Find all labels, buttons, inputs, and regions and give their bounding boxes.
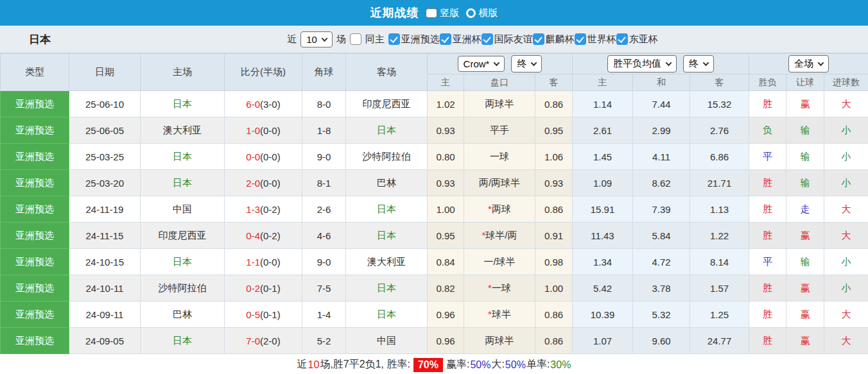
goals-result-cell: 小 — [824, 249, 868, 275]
radio-selected-icon[interactable] — [426, 8, 437, 18]
competition-checkbox[interactable] — [440, 33, 451, 45]
away-team-cell: 日本 — [346, 275, 428, 302]
avg-select[interactable]: 胜平负均值 — [607, 55, 677, 72]
away-team-cell: 日本 — [346, 302, 428, 328]
match-date-cell: 25-03-20 — [69, 170, 141, 196]
competition-label: 东亚杯 — [629, 33, 658, 46]
radio-vertical-label[interactable]: 竖版 — [440, 7, 460, 19]
away-team-cell: 日本 — [346, 196, 428, 223]
radio-unselected-icon[interactable] — [466, 8, 476, 18]
competition-checkbox[interactable] — [533, 33, 544, 45]
corner-cell: 8-0 — [302, 91, 346, 117]
home-team-cell: 日本 — [141, 91, 225, 117]
summary-segment: 50% — [505, 359, 526, 371]
corner-cell: 5-2 — [302, 328, 346, 354]
bookmaker-state-select[interactable]: 终 — [511, 55, 542, 72]
col-header-corner: 角球 — [302, 54, 346, 91]
result-cell: 平 — [749, 249, 786, 275]
match-date-cell: 24-11-15 — [69, 223, 141, 249]
competition-checkbox[interactable] — [616, 33, 628, 45]
sub-header-avg-home: 主 — [573, 74, 633, 91]
competition-filter-item: 亚洲杯 — [440, 33, 482, 46]
filter-bar: 日本 近 10 场 同主 亚洲预选 亚洲杯 国际友谊 麒麟杯 世界杯 东亚杯 — [0, 26, 868, 53]
halftime-score: (0-2) — [260, 230, 281, 241]
scope-group-header: 全场 — [749, 54, 868, 74]
avg-state-select[interactable]: 终 — [683, 55, 714, 72]
match-type-cell: 亚洲预选 — [1, 117, 69, 144]
handicap-line: 一/球半 — [483, 256, 515, 267]
avg-group-header: 胜平负均值 终 — [573, 54, 749, 74]
goals-result-cell: 小 — [824, 170, 868, 196]
avg-lose-odds-cell: 1.13 — [690, 196, 749, 223]
recent-count-select[interactable]: 10 — [300, 31, 333, 47]
table-row: 亚洲预选 25-03-20 日本 2-0(0-0) 8-1 巴林 0.93 两/… — [1, 170, 868, 196]
table-row: 亚洲预选 24-09-11 巴林 0-5(0-1) 1-4 日本 0.96 *球… — [1, 302, 868, 328]
halftime-score: (2-0) — [260, 336, 281, 346]
competition-label: 亚洲预选 — [401, 33, 440, 46]
score-cell: 2-0(0-0) — [225, 170, 302, 196]
fulltime-score: 2-0 — [246, 178, 260, 189]
handicap-away-odds-cell: 0.95 — [535, 117, 573, 144]
handicap-home-odds-cell: 0.84 — [428, 249, 464, 275]
avg-draw-odds-cell: 7.44 — [633, 91, 690, 117]
score-cell: 0-5(0-1) — [225, 302, 302, 328]
handicap-away-odds-cell: 0.98 — [535, 249, 573, 275]
handicap-line: 两球半 — [485, 335, 514, 346]
match-date-cell: 24-09-11 — [69, 302, 141, 328]
handicap-home-odds-cell: 0.82 — [428, 275, 464, 302]
avg-lose-odds-cell: 15.32 — [690, 91, 749, 117]
competition-checkbox[interactable] — [482, 33, 493, 45]
radio-horizontal-label[interactable]: 横版 — [479, 7, 498, 19]
layout-radio-horizontal[interactable]: 横版 — [466, 7, 498, 19]
avg-win-odds-cell: 2.61 — [573, 117, 633, 144]
handicap-home-odds-cell: 0.93 — [428, 117, 464, 144]
halftime-score: (0-1) — [260, 309, 281, 320]
col-header-home: 主场 — [141, 54, 225, 91]
handicap-result-cell: 输 — [786, 144, 824, 170]
summary-segment: 10 — [308, 359, 320, 371]
sub-header-handicap-home: 主 — [428, 74, 464, 91]
page-title: 近期战绩 — [370, 5, 419, 21]
match-type-cell: 亚洲预选 — [1, 249, 69, 275]
summary-segment: 大: — [491, 358, 504, 371]
handicap-line: 两球半 — [485, 98, 514, 109]
handicap-home-odds-cell: 0.95 — [428, 223, 464, 249]
handicap-line: 两/两球半 — [479, 177, 520, 188]
goals-result-cell: 小 — [824, 144, 868, 170]
competition-checkbox[interactable] — [388, 33, 400, 45]
away-team-cell: 日本 — [346, 117, 428, 144]
match-type-cell: 亚洲预选 — [1, 223, 69, 249]
handicap-group-header: Crow* 终 — [428, 54, 573, 74]
match-type-cell: 亚洲预选 — [1, 144, 69, 170]
table-row: 亚洲预选 24-09-05 日本 7-0(2-0) 5-2 中国 0.96 两球… — [1, 328, 868, 354]
same-home-checkbox[interactable] — [350, 33, 361, 45]
same-home-label: 同主 — [365, 33, 385, 46]
result-cell: 胜 — [749, 170, 786, 196]
handicap-result-cell: 输 — [786, 170, 824, 196]
fulltime-score: 1-3 — [246, 204, 260, 215]
bookmaker-select[interactable]: Crow* — [458, 56, 505, 72]
bookmaker-select-value: Crow* — [464, 58, 490, 69]
handicap-line-cell: 两/两球半 — [464, 170, 535, 196]
handicap-result-cell: 赢 — [786, 328, 824, 354]
summary-segment: 70% — [413, 358, 443, 372]
halftime-score: (0-0) — [260, 151, 281, 162]
home-team-cell: 日本 — [141, 144, 225, 170]
scope-select[interactable]: 全场 — [788, 55, 829, 72]
home-team-cell: 巴林 — [141, 302, 225, 328]
goals-result-cell: 大 — [824, 196, 868, 223]
goals-result-cell: 大 — [824, 91, 868, 117]
competition-checkbox[interactable] — [575, 33, 586, 45]
result-cell: 负 — [749, 117, 786, 144]
sub-header-avg-away: 客 — [690, 74, 749, 91]
avg-draw-odds-cell: 4.72 — [633, 249, 690, 275]
corner-cell: 4-6 — [302, 223, 346, 249]
avg-draw-odds-cell: 2.99 — [633, 117, 690, 144]
competition-label: 国际友谊 — [494, 33, 533, 46]
layout-radio-vertical[interactable]: 竖版 — [426, 7, 460, 19]
bookmaker-state-value: 终 — [517, 58, 526, 70]
avg-draw-odds-cell: 3.78 — [633, 275, 690, 302]
handicap-line-cell: 一/球半 — [464, 249, 535, 275]
fulltime-score: 1-1 — [246, 257, 260, 268]
handicap-line-cell: *球半/两 — [464, 223, 535, 249]
